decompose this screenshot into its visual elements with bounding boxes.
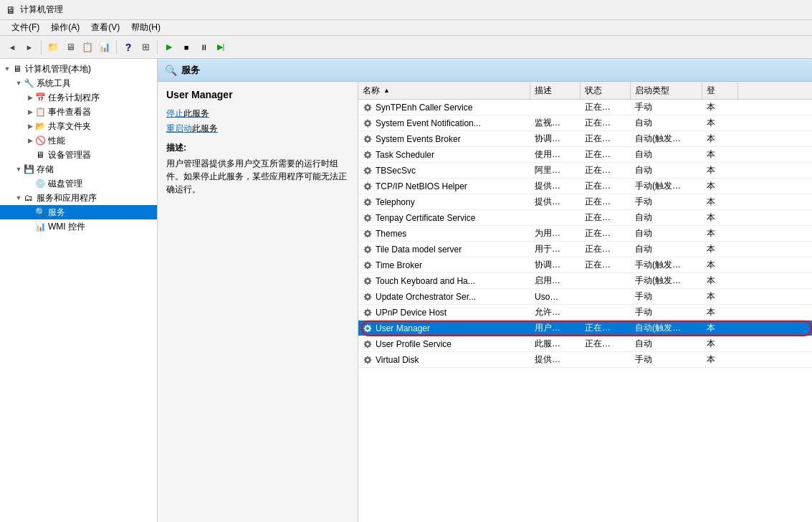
service-row[interactable]: Time Broker协调…正在…手动(触发…本 — [358, 257, 812, 273]
tree-item-servicesApps[interactable]: ▼ 🗂 服务和应用程序 — [0, 191, 157, 205]
service-row[interactable]: Themes为用…正在…自动本 — [358, 226, 812, 242]
svg-point-110 — [366, 279, 369, 283]
menu-view[interactable]: 查看(V) — [85, 20, 125, 35]
service-name-text: System Events Broker — [376, 134, 461, 144]
service-row[interactable]: TCP/IP NetBIOS Helper提供…正在…手动(触发…本 — [358, 179, 812, 194]
tree-toggle-performance[interactable]: ▶ — [26, 136, 34, 145]
service-desc-cell: 提供… — [530, 194, 581, 209]
view-button[interactable]: 📋 — [80, 39, 95, 55]
tree-toggle-taskSched[interactable]: ▶ — [26, 93, 34, 102]
service-login-cell: 本 — [702, 305, 738, 320]
forward-button[interactable]: ► — [22, 39, 37, 55]
col-header-startup[interactable]: 启动类型 — [631, 82, 702, 99]
service-name-cell: SynTPEnh Caller Service — [358, 100, 530, 115]
service-row[interactable]: Task Scheduler使用…正在…自动本 — [358, 147, 812, 163]
service-startup-cell: 自动 — [631, 226, 702, 241]
service-row[interactable]: Tile Data model server用于…正在…自动本 — [358, 242, 812, 257]
stop-button[interactable]: ■ — [178, 39, 194, 55]
toolbar-sep-2 — [116, 40, 117, 54]
tree-toggle-storage[interactable]: ▼ — [14, 165, 23, 174]
stop-service-link[interactable]: 停止此服务 — [166, 108, 349, 120]
gear-icon — [363, 276, 373, 286]
service-login-cell: 本 — [702, 321, 738, 336]
service-status-cell: 正在… — [581, 321, 631, 336]
service-name-text: Themes — [376, 229, 406, 239]
service-startup-cell: 自动 — [631, 210, 702, 225]
tree-item-eventViewer[interactable]: ▶ 📋 事件查看器 — [0, 105, 157, 119]
service-desc-cell: 协调… — [530, 131, 581, 146]
service-row[interactable]: Telephony提供…正在…手动本 — [358, 194, 812, 210]
back-button[interactable]: ◄ — [4, 39, 20, 55]
svg-point-160 — [366, 358, 369, 361]
service-desc-cell: 用于… — [530, 242, 581, 257]
service-row[interactable]: Tenpay Certificate Service正在…自动本 — [358, 210, 812, 226]
folder-button[interactable]: 📁 — [45, 39, 61, 55]
play-button[interactable]: ▶ — [161, 39, 177, 55]
service-name-cell: User Profile Service — [358, 336, 530, 351]
menu-help[interactable]: 帮助(H) — [125, 20, 166, 35]
col-header-name[interactable]: 名称 ▲ — [358, 82, 530, 99]
service-row[interactable]: SynTPEnh Caller Service正在…手动本 — [358, 100, 812, 115]
svg-point-10 — [366, 121, 369, 125]
tree-icon-servicesApps: 🗂 — [23, 192, 34, 204]
detail-description-text: 用户管理器提供多用户交互所需要的运行时组件。如果停止此服务，某些应用程序可能无法… — [166, 157, 349, 196]
tree-icon-wmi: 📊 — [34, 221, 46, 232]
service-row[interactable]: Update Orchestrator Ser...Uso…手动本 — [358, 289, 812, 305]
pause-button[interactable]: ⏸ — [196, 39, 211, 55]
service-name-text: Telephony — [376, 197, 415, 207]
svg-point-80 — [366, 232, 369, 235]
col-header-desc[interactable]: 描述 — [530, 82, 581, 99]
service-row[interactable]: Touch Keyboard and Ha...启用…手动(触发…本 — [358, 273, 812, 289]
tree-item-wmi[interactable]: ▶ 📊 WMI 控件 — [0, 219, 157, 234]
tree-toggle-sysTools[interactable]: ▼ — [14, 79, 23, 87]
tree-item-sharedFolders[interactable]: ▶ 📂 共享文件夹 — [0, 119, 157, 133]
svg-point-140 — [366, 326, 369, 330]
title-bar: 🖥 计算机管理 — [0, 0, 812, 20]
menu-action[interactable]: 操作(A) — [45, 20, 85, 35]
tree-item-diskMgmt[interactable]: ▶ 💿 磁盘管理 — [0, 176, 157, 191]
service-desc-cell: 允许… — [530, 305, 581, 320]
col-header-status[interactable]: 状态 — [581, 82, 631, 99]
resume-button[interactable]: ▶| — [213, 39, 229, 55]
toolbar-sep-1 — [41, 40, 42, 54]
service-row[interactable]: System Event Notification...监视…正在…自动本 — [358, 115, 812, 131]
help-button[interactable]: ? — [120, 39, 136, 55]
service-name-cell: System Event Notification... — [358, 115, 530, 130]
computer-button[interactable]: 🖥 — [62, 39, 78, 55]
tree-item-sysTools[interactable]: ▼ 🔧 系统工具 — [0, 76, 157, 90]
tree-toggle-servicesApps[interactable]: ▼ — [14, 194, 23, 202]
services-list-panel: 名称 ▲ 描述 状态 启动类型 登 — [358, 82, 812, 522]
service-row[interactable]: UPnP Device Host允许…手动本 — [358, 305, 812, 321]
service-row[interactable]: User Profile Service此服…正在…自动本 — [358, 336, 812, 352]
tree-item-storage[interactable]: ▼ 💾 存储 — [0, 162, 157, 176]
tree-label-eventViewer: 事件查看器 — [48, 106, 91, 118]
service-row[interactable]: TBSecSvc阿里…正在…自动本 — [358, 163, 812, 179]
tree-item-devManager[interactable]: ▶ 🖥 设备管理器 — [0, 148, 157, 162]
service-status-cell: 正在… — [581, 257, 631, 272]
menu-file[interactable]: 文件(F) — [6, 20, 45, 35]
service-login-cell: 本 — [702, 115, 738, 130]
tree-item-taskSched[interactable]: ▶ 📅 任务计划程序 — [0, 90, 157, 105]
service-row[interactable]: Virtual Disk提供…手动本 — [358, 352, 812, 368]
chart-button[interactable]: 📊 — [97, 39, 113, 55]
tree-label-sharedFolders: 共享文件夹 — [48, 120, 91, 133]
service-login-cell: 本 — [702, 100, 738, 115]
tree-item-root[interactable]: ▼ 🖥 计算机管理(本地) — [0, 62, 157, 76]
service-name-text: Task Scheduler — [376, 150, 434, 160]
tree-toggle-sharedFolders[interactable]: ▶ — [26, 122, 34, 130]
grid-button[interactable]: ⊞ — [138, 39, 153, 55]
service-name-cell: TBSecSvc — [358, 163, 530, 178]
service-name-text: Tile Data model server — [376, 245, 462, 255]
tree-item-performance[interactable]: ▶ 🚫 性能 — [0, 133, 157, 148]
col-header-login[interactable]: 登 — [702, 82, 738, 99]
service-row[interactable]: User Manager用户…正在…自动(触发…本 — [358, 321, 812, 336]
tree-toggle-eventViewer[interactable]: ▶ — [26, 108, 34, 116]
svg-point-30 — [366, 153, 369, 156]
tree-item-services[interactable]: ▶ 🔍 服务 — [0, 205, 157, 219]
gear-icon — [363, 134, 373, 144]
service-startup-cell: 自动 — [631, 163, 702, 178]
service-row[interactable]: System Events Broker协调…正在…自动(触发…本 — [358, 131, 812, 147]
tree-toggle-root[interactable]: ▼ — [3, 65, 11, 73]
service-desc-cell: 用户… — [530, 321, 581, 336]
restart-service-link[interactable]: 重启动此服务 — [166, 123, 349, 135]
